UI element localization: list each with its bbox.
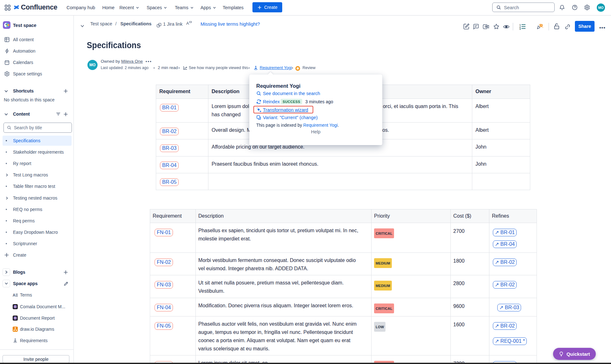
svg-text:3: 3 xyxy=(519,28,521,30)
svg-text:1: 1 xyxy=(519,24,521,26)
svg-text:A: A xyxy=(13,293,16,297)
